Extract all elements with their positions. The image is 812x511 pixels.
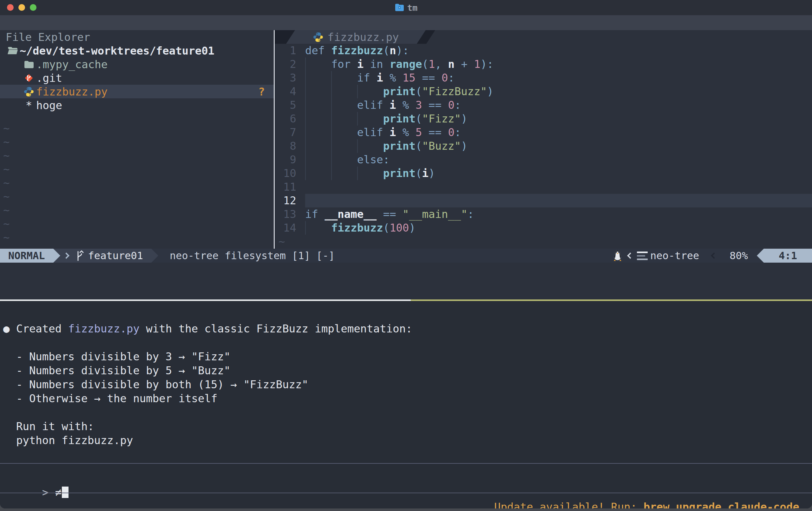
statusline-context: neo-tree filesystem [1] [-] [170,250,335,262]
window-title: tm [0,0,812,15]
file-row--mypy-cache[interactable]: .mypy_cache [0,57,274,71]
indent-guide [305,167,331,180]
indent-guide [331,153,357,167]
code-line-3[interactable]: 3if i % 15 == 0: [275,71,812,85]
macos-titlebar: tm [0,0,812,15]
list-icon [637,252,648,260]
code-text: for i in range(1, n + 1): [305,57,812,71]
indent-guide [357,139,383,153]
code-text: print("Fizz") [305,112,812,125]
file-label: hoge [36,99,62,112]
code-text: print(i) [305,167,812,180]
git-branch-segment: feature01 [60,249,151,263]
statusline: NORMAL feature01 neo-tree filesystem [1]… [0,249,812,263]
terminal-output-line: - Numbers divisible by both (15) → "Fizz… [3,377,809,391]
code-line-7[interactable]: 7elif i % 5 == 0: [275,125,812,139]
line-number: 9 [275,153,305,167]
indent-guide [357,167,383,180]
git-branch-icon [76,250,84,261]
terminal-output-line [3,336,809,349]
indent-guide [305,85,331,98]
nvim-pane: File Explorer ~/dev/test-worktrees/featu… [0,30,812,281]
indent-guide [331,167,357,180]
chevron-left-icon [711,253,717,259]
code-text: def fizzbuzz(n): [305,44,812,57]
code-line-11[interactable]: 11 [275,180,812,194]
code-line-14[interactable]: 14fizzbuzz(100) [275,221,812,235]
line-number: 1 [275,44,305,57]
file-label: .mypy_cache [36,58,108,71]
line-number: 13 [275,207,305,221]
code-text [305,194,812,207]
separator-arrow [757,249,764,263]
indent-guide [331,71,357,85]
tmux-status-bar: "13" /Users/s20108/dev/test 0:feature01*… [0,15,812,30]
prompt-box-top-border [0,463,812,464]
code-line-5[interactable]: 5elif i % 3 == 0: [275,98,812,112]
update-notice-command: brew upgrade claude-code [644,501,799,508]
scroll-percent: 80% [721,250,757,262]
code-line-13[interactable]: 13if __name__ == "__main__": [275,207,812,221]
indent-guide [305,153,331,167]
code-text [305,180,812,194]
prompt-box-bottom-border [0,492,812,493]
tab-label: fizzbuzz.py [327,31,399,44]
buffer-tabline: fizzbuzz.py [275,30,812,44]
prompt-input-text: ≠ [55,486,61,499]
code-text: else: [305,153,812,167]
empty-buffer-line-marker: ~ [0,149,274,162]
update-notice: Update available! Run: brew upgrade clau… [494,500,799,508]
code-text: fizzbuzz(100) [305,221,812,235]
terminal-output-line: - Otherwise → the number itself [3,391,809,405]
folder-icon [395,3,404,12]
code-line-2[interactable]: 2for i in range(1, n + 1): [275,57,812,71]
line-number: 10 [275,167,305,180]
code-line-4[interactable]: 4print("FizzBuzz") [275,85,812,98]
file-label: fizzbuzz.py [36,85,108,98]
linux-tux-icon [613,250,622,262]
text-cursor [62,487,68,498]
indent-guide [357,112,383,125]
tab-fizzbuzz-py[interactable]: fizzbuzz.py [286,30,426,44]
code-line-6[interactable]: 6print("Fizz") [275,112,812,125]
code-text: if __name__ == "__main__": [305,207,812,221]
neotree-title: File Explorer [0,30,274,44]
prompt-chevron: > [42,486,55,499]
python-icon [24,86,36,97]
indent-guide [305,71,331,85]
separator-arrow [151,249,158,263]
open-folder-icon [7,45,20,56]
indent-guide [305,112,331,125]
separator-arrow [53,249,60,263]
empty-buffer-line-marker: ~ [0,231,274,244]
code-line-9[interactable]: 9else: [275,153,812,167]
code-line-10[interactable]: 10print(i) [275,167,812,180]
empty-buffer-line-marker: ~ [0,203,274,217]
window-title-text: tm [407,3,418,13]
code-text: if i % 15 == 0: [305,71,812,85]
mode-indicator: NORMAL [0,249,53,263]
prompt-input-line[interactable]: > ≠ [3,471,68,485]
file-row--dev-test-worktrees-feature01[interactable]: ~/dev/test-worktrees/feature01 [0,44,274,57]
file-row--git[interactable]: .git [0,71,274,85]
filetype-label: neo-tree [650,250,699,262]
code-line-1[interactable]: 1def fizzbuzz(n): [275,44,812,57]
file-row-hoge[interactable]: *hoge [0,98,274,112]
file-row-fizzbuzz-py[interactable]: fizzbuzz.py? [0,85,274,98]
code-text: elif i % 3 == 0: [305,98,812,112]
terminal-output-line: - Numbers divisible by 3 → "Fizz" [3,349,809,364]
line-number: 3 [275,71,305,85]
code-line-12[interactable]: 12 [275,194,812,207]
terminal-output-line: Run it with: [3,419,809,433]
line-number: 4 [275,85,305,98]
indent-guide [305,125,331,139]
indent-guide [305,139,331,153]
empty-buffer-line-marker: ~ [0,135,274,149]
line-number: 2 [275,57,305,71]
terminal-output-line: python fizzbuzz.py [3,433,809,447]
code-line-8[interactable]: 8print("Buzz") [275,139,812,153]
indent-guide [305,57,331,71]
git-status-badge: ? [259,85,265,98]
empty-buffer-line-marker: ~ [279,235,285,248]
code-text: print("Buzz") [305,139,812,153]
